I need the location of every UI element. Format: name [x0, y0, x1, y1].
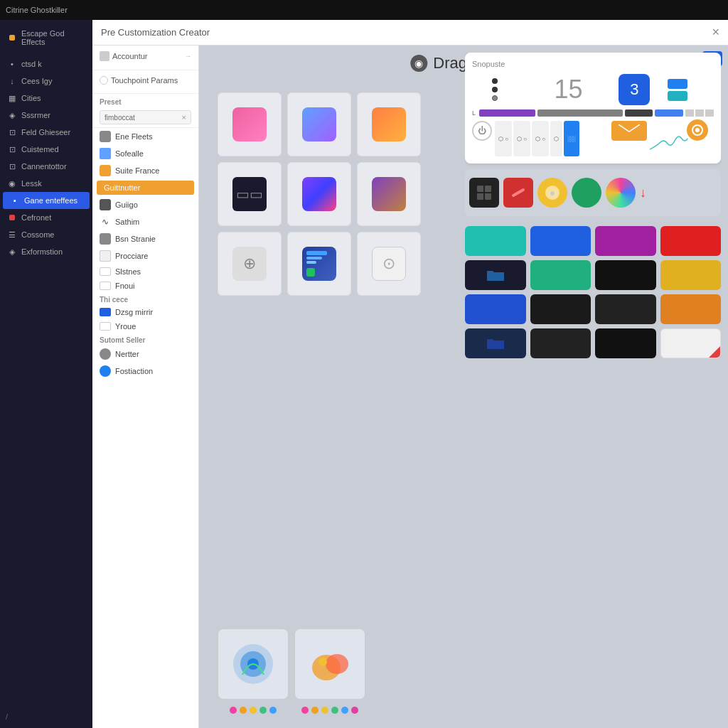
radio-dot-2 — [492, 87, 498, 92]
sidebar-item-8[interactable]: ◉ Lessk — [0, 175, 92, 192]
app-tile-4[interactable] — [287, 162, 351, 226]
cg-tile-0[interactable] — [465, 226, 526, 256]
app-title: Citrine Ghostkiller — [6, 6, 68, 14]
panel-item-yroue[interactable]: Yroue — [92, 319, 198, 333]
drag-area: ◉ Drag Overls ▶ — [199, 46, 728, 728]
snap-icons — [668, 79, 714, 101]
panel-item-bsn-stranie[interactable]: Bsn Stranie — [92, 230, 198, 247]
app-tile-0[interactable] — [218, 92, 282, 156]
panel-item-guiigo[interactable]: Guiigo — [92, 196, 198, 213]
dot-pink2 — [301, 707, 309, 714]
swatch-green[interactable] — [572, 178, 601, 208]
cg-tile-1[interactable] — [530, 226, 592, 256]
app-tile-7[interactable] — [287, 232, 351, 296]
app-tile-3[interactable]: ▭▭ — [218, 162, 282, 226]
power-icon[interactable]: ⏻ — [472, 121, 492, 141]
app-tile-5[interactable] — [357, 162, 421, 226]
app-icon-purple-gold — [372, 177, 406, 211]
panel-item-procciare[interactable]: Procciare — [92, 247, 198, 264]
snap-teal-icon — [668, 91, 687, 101]
panel-item-suite-france[interactable]: Suite France — [92, 162, 198, 179]
preset-section-title: Preset — [92, 94, 198, 107]
cg-tile-7[interactable] — [660, 260, 722, 290]
account-label: Accountur → — [100, 51, 191, 61]
swatches-row: ● ↓ — [465, 169, 721, 216]
procciare-icon — [100, 250, 111, 262]
sidebar-item-3[interactable]: ▦ Cities — [0, 90, 92, 107]
cg-tile-12[interactable] — [465, 328, 526, 358]
ctrl-btn-1[interactable]: ⬡ ○ — [495, 121, 512, 156]
app-sidebar: Escape God Effects • ctsd k ↓ Cees Igy ▦… — [0, 20, 92, 728]
ctrl-btn-2[interactable]: ⬡ ○ — [513, 121, 530, 156]
sidebar-item-7[interactable]: ⊡ Cannentottor — [0, 158, 92, 175]
panel-item-slstnes[interactable]: Slstnes — [92, 264, 198, 279]
cg-tile-13[interactable] — [530, 328, 592, 358]
radio-dot-1 — [492, 78, 498, 84]
panel-item-fnoui[interactable]: Fnoui — [92, 279, 198, 293]
apps-grid: ▭▭ — [218, 92, 421, 365]
cg-tile-11[interactable] — [660, 294, 722, 324]
dzsg-icon — [100, 308, 111, 316]
app-tile-inner-7 — [298, 242, 341, 285]
cg-tile-9[interactable] — [530, 294, 592, 324]
swatch-gold[interactable]: ● — [537, 178, 567, 208]
swatch-red-pen[interactable] — [503, 178, 533, 208]
panel-item-sofealle[interactable]: Sofealle — [92, 145, 198, 162]
left-panel: Accountur → Touchpoint Params Preset fim… — [92, 46, 199, 728]
cg-tile-3[interactable] — [660, 226, 722, 256]
modal-close-button[interactable]: × — [712, 25, 719, 40]
search-section: fimboccat × — [92, 107, 198, 128]
bottom-tile-1[interactable] — [294, 628, 365, 700]
panel-item-guittnutter-active[interactable]: Guittnutter — [97, 181, 194, 195]
nertter-icon — [100, 348, 111, 360]
bottom-tiles-row — [218, 628, 365, 714]
cg-tile-15[interactable] — [660, 328, 722, 358]
folder-icon — [486, 265, 505, 285]
sidebar-item-2[interactable]: ↓ Cees Igy — [0, 73, 92, 90]
app-tile-6[interactable]: ⊕ — [218, 232, 282, 296]
sidebar-item-12[interactable]: ◈ Exformstion — [0, 243, 92, 260]
panel-item-sathim[interactable]: ∿ Sathim — [92, 213, 198, 230]
swatch-dark-card[interactable] — [469, 178, 499, 208]
snap-blue-icon — [668, 79, 687, 89]
color-swatch-row: ● ↓ — [469, 173, 717, 212]
sidebar-item-6[interactable]: ⊡ Cuistemed — [0, 141, 92, 158]
sidebar-item-11[interactable]: ☰ Cossome — [0, 226, 92, 243]
sidebar-item-10[interactable]: Cefronet — [0, 209, 92, 226]
ctrl-btn-4[interactable]: ⬡ — [550, 121, 562, 156]
sidebar-item-1[interactable]: • ctsd k — [0, 55, 92, 73]
cg-tile-5[interactable] — [530, 260, 592, 290]
search-container: fimboccat × — [100, 110, 191, 124]
cg-tile-8[interactable] — [465, 294, 526, 324]
app-tile-8[interactable]: ⊙ — [357, 232, 421, 296]
ctrl-btn-5[interactable]: ░░ — [564, 121, 579, 156]
svg-point-5 — [318, 658, 327, 666]
ctrl-btn-3[interactable]: ⬡ ○ — [532, 121, 549, 156]
clear-search-icon[interactable]: × — [182, 113, 186, 122]
app-tile-1[interactable] — [287, 92, 351, 156]
panel-item-ene-fleets[interactable]: Ene Fleets — [92, 128, 198, 145]
dot-green — [259, 707, 267, 714]
panel-item-nertter[interactable]: Nertter — [92, 346, 198, 363]
panel-item-dzsg[interactable]: Dzsg mirrir — [92, 305, 198, 319]
sidebar-item-9-active[interactable]: ▪ Gane enteffees — [3, 192, 90, 209]
swatch-multi[interactable] — [606, 178, 636, 208]
sidebar-item-5[interactable]: ⊡ Feld Ghieseer — [0, 124, 92, 141]
cg-tile-2[interactable] — [595, 226, 656, 256]
bottom-tile-0[interactable] — [218, 628, 289, 700]
panel-item-fostiaction[interactable]: Fostiaction — [92, 363, 198, 380]
sidebar-item-escape-effects[interactable]: Escape God Effects — [0, 26, 92, 50]
app-tile-2[interactable] — [357, 92, 421, 156]
cg-tile-4[interactable] — [465, 260, 526, 290]
pen-icon — [511, 188, 525, 197]
dot-blue2 — [341, 707, 348, 714]
cg-tile-14[interactable] — [595, 328, 656, 358]
cg-tile-10[interactable] — [595, 294, 656, 324]
svg-point-8 — [695, 128, 700, 132]
account-section: Accountur → — [92, 46, 198, 70]
cg-tile-6[interactable] — [595, 260, 656, 290]
bottom-tile-1-svg — [305, 639, 355, 689]
sidebar-item-4[interactable]: ◈ Sssrmer — [0, 107, 92, 124]
item11-icon: ☰ — [7, 230, 17, 240]
modal-body: Accountur → Touchpoint Params Preset fim… — [92, 46, 728, 728]
